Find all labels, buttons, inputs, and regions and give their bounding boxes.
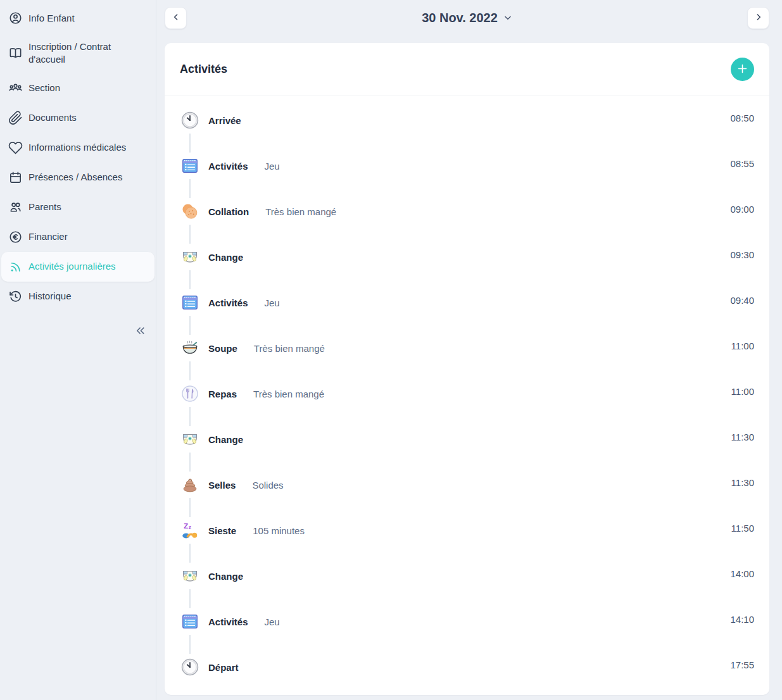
sidebar-item-label: Inscription / Contrat d'accueil (28, 41, 148, 66)
activity-detail: Jeu (265, 297, 280, 308)
activity-list-icon (180, 292, 200, 313)
history-clock-icon (8, 289, 23, 304)
sidebar-item-inscription-contrat-d-accueil[interactable]: Inscription / Contrat d'accueil (1, 33, 155, 73)
add-activity-button[interactable] (731, 58, 754, 81)
main-content: 30 Nov. 2022 Activités Arrivé (156, 0, 782, 700)
sidebar-item-presences-absences[interactable]: Présences / Absences (1, 163, 155, 192)
activity-detail: Solides (252, 480, 283, 491)
activity-detail: Très bien mangé (253, 389, 324, 399)
activity-time: 11:30 (731, 477, 754, 488)
activity-label: Activités (208, 616, 248, 627)
meal-icon (180, 384, 200, 404)
poop-icon (180, 475, 200, 495)
paperclip-icon (8, 111, 23, 125)
activity-row-soupe[interactable]: SoupeTrès bien mangé11:00 (180, 325, 754, 371)
activity-time: 14:00 (730, 568, 754, 579)
activity-row-collation[interactable]: CollationTrès bien mangé09:00 (180, 189, 754, 234)
rss-icon (8, 259, 23, 274)
chevron-left-icon (171, 12, 181, 24)
clock-icon (180, 110, 200, 130)
soup-icon (180, 338, 200, 358)
activity-time: 08:55 (730, 158, 754, 169)
plus-icon (736, 63, 748, 77)
sidebar-item-activites-journalieres[interactable]: Activités journalières (1, 252, 155, 282)
activity-label: Change (208, 571, 243, 582)
sidebar: Info EnfantInscription / Contrat d'accue… (0, 0, 156, 700)
date-selector[interactable]: 30 Nov. 2022 (422, 11, 512, 25)
sidebar-item-info-enfant[interactable]: Info Enfant (1, 3, 155, 33)
sidebar-item-label: Financier (28, 230, 68, 243)
activity-row-change[interactable]: Change11:30 (180, 416, 754, 462)
activity-time: 14:10 (730, 614, 754, 625)
sidebar-nav: Info EnfantInscription / Contrat d'accue… (0, 3, 156, 311)
sidebar-item-historique[interactable]: Historique (1, 282, 155, 311)
activity-row-activites[interactable]: ActivitésJeu14:10 (180, 599, 754, 644)
activities-card: Activités Arrivée08:50ActivitésJeu08:55C… (165, 43, 769, 695)
parents-icon (8, 200, 23, 215)
activity-time: 11:00 (731, 341, 754, 351)
date-navigation: 30 Nov. 2022 (165, 6, 769, 29)
sidebar-item-section[interactable]: Section (1, 73, 155, 103)
app: Info EnfantInscription / Contrat d'accue… (0, 0, 782, 700)
activity-row-change[interactable]: Change09:30 (180, 234, 754, 280)
activity-label: Activités (208, 161, 248, 172)
activity-row-change[interactable]: Change14:00 (180, 553, 754, 599)
svg-text:Z: Z (184, 522, 188, 530)
activity-time: 11:00 (731, 386, 754, 397)
sidebar-item-financier[interactable]: Financier (1, 222, 155, 252)
clock-icon (180, 657, 200, 677)
sidebar-item-label: Activités journalières (28, 260, 116, 273)
activity-row-sieste[interactable]: ZzSieste105 minutes11:50 (180, 508, 754, 553)
sidebar-collapse-button[interactable] (0, 320, 156, 344)
activity-row-activites[interactable]: ActivitésJeu08:55 (180, 143, 754, 189)
sidebar-item-parents[interactable]: Parents (1, 192, 155, 222)
activity-label: Activités (208, 297, 248, 308)
people-group-icon (8, 81, 23, 96)
activity-label: Collation (208, 206, 249, 217)
activity-list-icon (180, 156, 200, 176)
current-date: 30 Nov. 2022 (422, 11, 498, 25)
activity-detail: Jeu (265, 616, 280, 627)
activity-time: 09:40 (730, 295, 754, 306)
diaper-icon (180, 566, 200, 586)
activities-card-header: Activités (165, 43, 769, 96)
activities-timeline: Arrivée08:50ActivitésJeu08:55CollationTr… (165, 96, 769, 695)
sleep-icon: Zz (180, 520, 200, 541)
activity-time: 08:50 (730, 113, 754, 123)
diaper-icon (180, 429, 200, 449)
sidebar-item-label: Section (28, 82, 60, 94)
activity-label: Arrivée (208, 115, 241, 126)
calendar-icon (8, 170, 23, 185)
activity-detail: Très bien mangé (254, 343, 325, 354)
euro-circle-icon (8, 230, 23, 244)
sidebar-item-label: Documents (28, 111, 77, 124)
next-day-button[interactable] (747, 7, 769, 29)
activity-label: Change (208, 252, 243, 263)
sidebar-item-label: Parents (28, 201, 61, 213)
activity-time: 17:55 (730, 659, 754, 670)
activity-list-icon (180, 611, 200, 632)
sidebar-item-label: Présences / Absences (28, 171, 122, 184)
sidebar-item-documents[interactable]: Documents (1, 103, 155, 133)
activity-label: Soupe (208, 343, 237, 354)
chevron-down-icon (503, 11, 512, 25)
svg-text:z: z (189, 524, 191, 530)
activity-row-selles[interactable]: SellesSolides11:30 (180, 462, 754, 508)
user-circle-icon (8, 11, 23, 25)
prev-day-button[interactable] (165, 7, 187, 29)
activity-row-repas[interactable]: RepasTrès bien mangé11:00 (180, 371, 754, 416)
activity-label: Départ (208, 662, 239, 673)
book-open-icon (8, 46, 23, 60)
sidebar-item-informations-medicales[interactable]: Informations médicales (1, 133, 155, 163)
card-title: Activités (180, 63, 227, 76)
activity-time: 09:30 (730, 249, 754, 260)
chevron-right-icon (754, 12, 764, 24)
activity-label: Selles (208, 480, 236, 491)
activity-row-depart[interactable]: Départ17:55 (180, 644, 754, 690)
activity-time: 09:00 (730, 204, 754, 215)
activity-detail: Très bien mangé (265, 206, 336, 217)
activity-row-arrivee[interactable]: Arrivée08:50 (180, 97, 754, 143)
activity-row-activites[interactable]: ActivitésJeu09:40 (180, 280, 754, 325)
sidebar-item-label: Informations médicales (28, 141, 126, 154)
activity-time: 11:30 (731, 432, 754, 442)
